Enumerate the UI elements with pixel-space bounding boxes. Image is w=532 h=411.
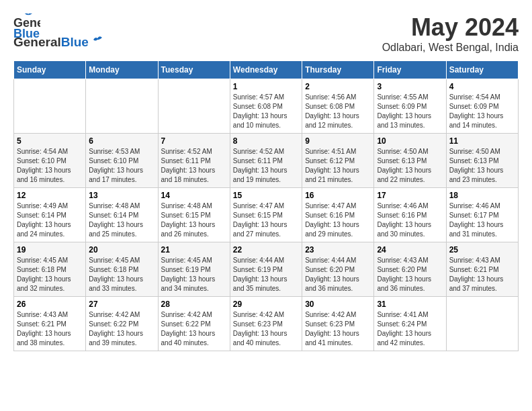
logo-blue: Blue [61,35,89,50]
day-info: Sunrise: 4:45 AMSunset: 6:18 PMDaylight:… [17,256,83,293]
logo: General Blue General Blue [13,13,103,50]
day-number: 31 [377,300,443,309]
header-monday: Monday [86,61,158,79]
day-info: Sunrise: 4:48 AMSunset: 6:15 PMDaylight:… [161,201,227,239]
header-saturday: Saturday [446,61,518,79]
day-number: 17 [377,191,443,200]
day-info: Sunrise: 4:45 AMSunset: 6:18 PMDaylight:… [89,256,154,293]
day-info: Sunrise: 4:50 AMSunset: 6:13 PMDaylight:… [449,147,515,185]
day-number: 3 [377,82,443,91]
day-number: 12 [17,191,83,200]
day-info: Sunrise: 4:52 AMSunset: 6:11 PMDaylight:… [161,147,227,185]
day-number: 29 [233,300,299,309]
day-info: Sunrise: 4:53 AMSunset: 6:10 PMDaylight:… [89,147,154,185]
table-row: 1Sunrise: 4:57 AMSunset: 6:08 PMDaylight… [230,79,302,134]
table-row: 23Sunrise: 4:44 AMSunset: 6:20 PMDayligh… [302,242,374,297]
day-number: 24 [377,245,443,255]
table-row: 12Sunrise: 4:49 AMSunset: 6:14 PMDayligh… [14,188,86,242]
day-number: 18 [449,191,515,200]
table-row: 30Sunrise: 4:42 AMSunset: 6:23 PMDayligh… [302,297,374,351]
day-info: Sunrise: 4:55 AMSunset: 6:09 PMDaylight:… [377,93,443,130]
table-row: 3Sunrise: 4:55 AMSunset: 6:09 PMDaylight… [374,79,446,134]
day-number: 13 [89,191,154,200]
month-title: May 2024 [382,13,519,42]
header-thursday: Thursday [302,61,374,79]
day-info: Sunrise: 4:56 AMSunset: 6:08 PMDaylight:… [305,93,371,130]
day-number: 11 [449,136,515,146]
day-number: 27 [89,300,154,309]
day-number: 23 [305,245,371,255]
logo-general: General [13,35,61,50]
table-row: 10Sunrise: 4:50 AMSunset: 6:13 PMDayligh… [374,134,446,188]
day-info: Sunrise: 4:48 AMSunset: 6:14 PMDaylight:… [89,201,154,239]
day-info: Sunrise: 4:52 AMSunset: 6:11 PMDaylight:… [233,147,299,185]
table-row: 2Sunrise: 4:56 AMSunset: 6:08 PMDaylight… [302,79,374,134]
day-number: 30 [305,300,371,309]
day-number: 15 [233,191,299,200]
day-number: 25 [449,245,515,255]
day-number: 7 [161,136,227,146]
table-row: 24Sunrise: 4:43 AMSunset: 6:20 PMDayligh… [374,242,446,297]
calendar-week-row: 1Sunrise: 4:57 AMSunset: 6:08 PMDaylight… [14,79,519,134]
logo-bird-icon [90,33,103,46]
day-info: Sunrise: 4:43 AMSunset: 6:21 PMDaylight:… [449,256,515,293]
day-info: Sunrise: 4:46 AMSunset: 6:16 PMDaylight:… [377,201,443,239]
day-number: 21 [161,245,227,255]
table-row: 6Sunrise: 4:53 AMSunset: 6:10 PMDaylight… [86,134,158,188]
table-row: 7Sunrise: 4:52 AMSunset: 6:11 PMDaylight… [158,134,230,188]
title-section: May 2024 Odlabari, West Bengal, India [382,13,519,54]
table-row: 29Sunrise: 4:42 AMSunset: 6:23 PMDayligh… [230,297,302,351]
calendar-header-row: Sunday Monday Tuesday Wednesday Thursday… [14,61,519,79]
day-info: Sunrise: 4:42 AMSunset: 6:22 PMDaylight:… [89,310,154,348]
table-row: 14Sunrise: 4:48 AMSunset: 6:15 PMDayligh… [158,188,230,242]
table-row [158,79,230,134]
table-row: 11Sunrise: 4:50 AMSunset: 6:13 PMDayligh… [446,134,518,188]
header-wednesday: Wednesday [230,61,302,79]
table-row: 19Sunrise: 4:45 AMSunset: 6:18 PMDayligh… [14,242,86,297]
table-row [14,79,86,134]
calendar-week-row: 5Sunrise: 4:54 AMSunset: 6:10 PMDaylight… [14,134,519,188]
day-number: 20 [89,245,154,255]
table-row: 13Sunrise: 4:48 AMSunset: 6:14 PMDayligh… [86,188,158,242]
location: Odlabari, West Bengal, India [382,42,519,54]
day-info: Sunrise: 4:54 AMSunset: 6:09 PMDaylight:… [449,93,515,130]
table-row: 8Sunrise: 4:52 AMSunset: 6:11 PMDaylight… [230,134,302,188]
table-row: 25Sunrise: 4:43 AMSunset: 6:21 PMDayligh… [446,242,518,297]
day-number: 5 [17,136,83,146]
day-number: 9 [305,136,371,146]
day-number: 22 [233,245,299,255]
calendar-week-row: 26Sunrise: 4:43 AMSunset: 6:21 PMDayligh… [14,297,519,351]
table-row: 9Sunrise: 4:51 AMSunset: 6:12 PMDaylight… [302,134,374,188]
day-info: Sunrise: 4:42 AMSunset: 6:22 PMDaylight:… [161,310,227,348]
table-row: 18Sunrise: 4:46 AMSunset: 6:17 PMDayligh… [446,188,518,242]
day-info: Sunrise: 4:47 AMSunset: 6:16 PMDaylight:… [305,201,371,239]
header-sunday: Sunday [14,61,86,79]
day-number: 10 [377,136,443,146]
day-number: 6 [89,136,154,146]
header-friday: Friday [374,61,446,79]
table-row: 26Sunrise: 4:43 AMSunset: 6:21 PMDayligh… [14,297,86,351]
day-info: Sunrise: 4:57 AMSunset: 6:08 PMDaylight:… [233,93,299,130]
table-row: 28Sunrise: 4:42 AMSunset: 6:22 PMDayligh… [158,297,230,351]
table-row: 16Sunrise: 4:47 AMSunset: 6:16 PMDayligh… [302,188,374,242]
calendar-week-row: 19Sunrise: 4:45 AMSunset: 6:18 PMDayligh… [14,242,519,297]
table-row [446,297,518,351]
day-info: Sunrise: 4:51 AMSunset: 6:12 PMDaylight:… [305,147,371,185]
table-row: 31Sunrise: 4:41 AMSunset: 6:24 PMDayligh… [374,297,446,351]
calendar-week-row: 12Sunrise: 4:49 AMSunset: 6:14 PMDayligh… [14,188,519,242]
day-number: 4 [449,82,515,91]
day-info: Sunrise: 4:41 AMSunset: 6:24 PMDaylight:… [377,310,443,348]
table-row: 15Sunrise: 4:47 AMSunset: 6:15 PMDayligh… [230,188,302,242]
calendar-table: Sunday Monday Tuesday Wednesday Thursday… [13,60,519,351]
day-info: Sunrise: 4:43 AMSunset: 6:21 PMDaylight:… [17,310,83,348]
table-row [86,79,158,134]
table-row: 20Sunrise: 4:45 AMSunset: 6:18 PMDayligh… [86,242,158,297]
page-header: General Blue General Blue May 2024 Odlab… [13,13,519,54]
day-info: Sunrise: 4:45 AMSunset: 6:19 PMDaylight:… [161,256,227,293]
table-row: 27Sunrise: 4:42 AMSunset: 6:22 PMDayligh… [86,297,158,351]
day-number: 1 [233,82,299,91]
day-info: Sunrise: 4:54 AMSunset: 6:10 PMDaylight:… [17,147,83,185]
day-info: Sunrise: 4:42 AMSunset: 6:23 PMDaylight:… [305,310,371,348]
day-info: Sunrise: 4:49 AMSunset: 6:14 PMDaylight:… [17,201,83,239]
day-number: 2 [305,82,371,91]
